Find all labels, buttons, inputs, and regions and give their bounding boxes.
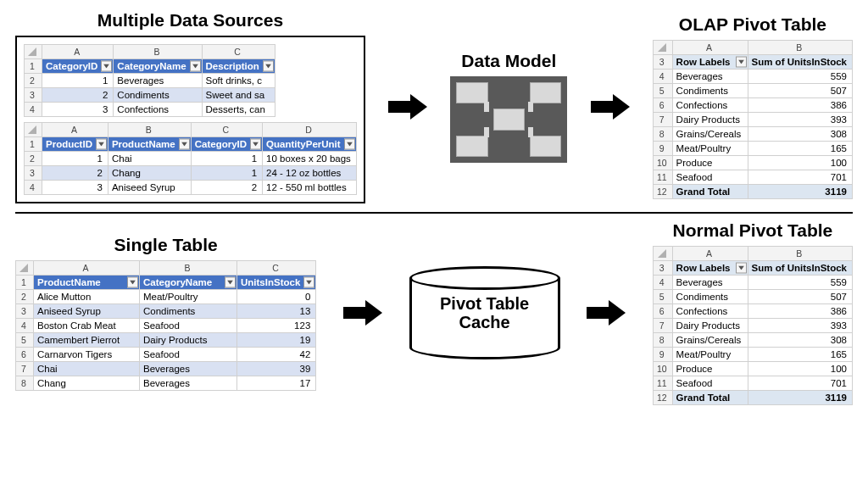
row-header[interactable]: 11 (653, 170, 672, 185)
header-productname[interactable]: ProductName (108, 137, 191, 152)
pivot-values-header[interactable]: Sum of UnitsInStock (748, 55, 852, 70)
table-row: 7Dairy Products393 (653, 319, 852, 333)
table-row: 32Chang124 - 12 oz bottles (25, 166, 357, 181)
filter-icon[interactable] (179, 139, 190, 150)
row-header[interactable]: 12 (653, 185, 672, 199)
arrow-icon (343, 300, 382, 326)
header-categoryid2[interactable]: CategoryID (191, 137, 262, 152)
data-model-col: Data Model (450, 51, 567, 163)
col-header[interactable]: A (672, 247, 748, 261)
filter-icon[interactable] (263, 61, 274, 72)
row-header[interactable]: 1 (16, 276, 34, 290)
table-row: 8ChangBeverages17 (16, 376, 316, 391)
pivot-row-labels[interactable]: Row Labels (672, 261, 748, 276)
row-header[interactable]: 10 (653, 362, 672, 376)
header-categoryid[interactable]: CategoryID (42, 59, 114, 74)
row-header[interactable]: 9 (653, 142, 672, 156)
row-header[interactable]: 8 (653, 127, 672, 142)
normal-pivot-table: AB3Row LabelsSum of UnitsInStock4Beverag… (653, 246, 853, 405)
table-row: 21BeveragesSoft drinks, c (25, 74, 275, 88)
col-header[interactable]: B (748, 247, 852, 261)
select-all-icon[interactable] (25, 45, 42, 59)
row-header[interactable]: 4 (653, 70, 672, 84)
header-qpu[interactable]: QuantityPerUnit (263, 137, 357, 152)
row-header[interactable]: 4 (653, 276, 672, 290)
table-row: 10Produce100 (653, 362, 852, 376)
row-header[interactable]: 3 (653, 55, 672, 70)
table-row: 7Dairy Products393 (653, 113, 852, 127)
row-header[interactable]: 11 (653, 376, 672, 391)
row-header[interactable]: 3 (16, 304, 34, 319)
header-description[interactable]: Description (202, 59, 275, 74)
row-header[interactable]: 9 (653, 348, 672, 362)
col-header[interactable]: B (108, 123, 191, 137)
col-header[interactable]: D (263, 123, 357, 137)
table-row: 4Boston Crab MeatSeafood123 (16, 319, 316, 333)
row-header[interactable]: 1 (25, 59, 42, 74)
pivot-cache-col: Pivot TableCache (409, 266, 560, 359)
row-header[interactable]: 2 (16, 290, 34, 304)
col-header[interactable]: C (237, 261, 316, 276)
table-row: 21Chai110 boxes x 20 bags (25, 152, 357, 166)
header-productid[interactable]: ProductID (42, 137, 108, 152)
filter-icon[interactable] (344, 139, 355, 150)
col-header[interactable]: A (672, 41, 748, 55)
pivot-values-header[interactable]: Sum of UnitsInStock (748, 261, 852, 276)
filter-icon[interactable] (190, 61, 201, 72)
select-all-icon[interactable] (25, 123, 42, 137)
arrow-icon (591, 94, 630, 120)
table-row: 2Alice MuttonMeat/Poultry0 (16, 290, 316, 304)
select-all-icon[interactable] (653, 41, 672, 55)
data-model-icon (450, 76, 567, 163)
table-row: 3Aniseed SyrupCondiments13 (16, 304, 316, 319)
row-header[interactable]: 6 (653, 304, 672, 319)
row-header[interactable]: 8 (653, 333, 672, 348)
pivot-row-labels[interactable]: Row Labels (672, 55, 748, 70)
row-header[interactable]: 12 (653, 391, 672, 405)
grand-total-row: 12Grand Total3119 (653, 185, 852, 199)
filter-icon[interactable] (303, 277, 314, 288)
arrow-icon (587, 300, 626, 326)
filter-icon[interactable] (736, 57, 747, 68)
row-header[interactable]: 5 (653, 290, 672, 304)
header-unitsinstock[interactable]: UnitsInStock (237, 276, 316, 290)
col-header[interactable]: C (202, 45, 275, 59)
row-header[interactable]: 8 (16, 376, 34, 391)
table-row: 11Seafood701 (653, 170, 852, 185)
filter-icon[interactable] (101, 61, 112, 72)
filter-icon[interactable] (127, 277, 138, 288)
normal-pivot-col: Normal Pivot Table AB3Row LabelsSum of U… (653, 220, 853, 405)
table-row: 5Condiments507 (653, 84, 852, 98)
filter-icon[interactable] (250, 139, 261, 150)
filter-icon[interactable] (96, 139, 107, 150)
select-all-icon[interactable] (653, 247, 672, 261)
row-header[interactable]: 10 (653, 156, 672, 170)
col-header[interactable]: A (42, 45, 114, 59)
header-productname[interactable]: ProductName (34, 276, 140, 290)
row-header[interactable]: 7 (653, 319, 672, 333)
select-all-icon[interactable] (16, 261, 34, 276)
row-header[interactable]: 5 (653, 84, 672, 98)
row-header[interactable]: 3 (653, 261, 672, 276)
col-header[interactable]: B (140, 261, 237, 276)
header-categoryname[interactable]: CategoryName (140, 276, 237, 290)
single-table: A B C 1 ProductName CategoryName UnitsIn… (15, 260, 316, 391)
row-header[interactable]: 6 (653, 98, 672, 113)
row-header[interactable]: 1 (25, 137, 42, 152)
row-header[interactable]: 5 (16, 333, 34, 348)
col-header[interactable]: B (748, 41, 852, 55)
header-categoryname[interactable]: CategoryName (114, 59, 202, 74)
row-header[interactable]: 4 (16, 319, 34, 333)
col-header[interactable]: B (114, 45, 202, 59)
col-header[interactable]: C (191, 123, 262, 137)
table-row: 9Meat/Poultry165 (653, 142, 852, 156)
row-header[interactable]: 7 (653, 113, 672, 127)
table-row: 5Condiments507 (653, 290, 852, 304)
filter-icon[interactable] (225, 277, 236, 288)
divider (15, 212, 853, 214)
col-header[interactable]: A (42, 123, 108, 137)
row-header[interactable]: 7 (16, 362, 34, 376)
col-header[interactable]: A (34, 261, 140, 276)
row-header[interactable]: 6 (16, 348, 34, 362)
filter-icon[interactable] (736, 263, 747, 274)
